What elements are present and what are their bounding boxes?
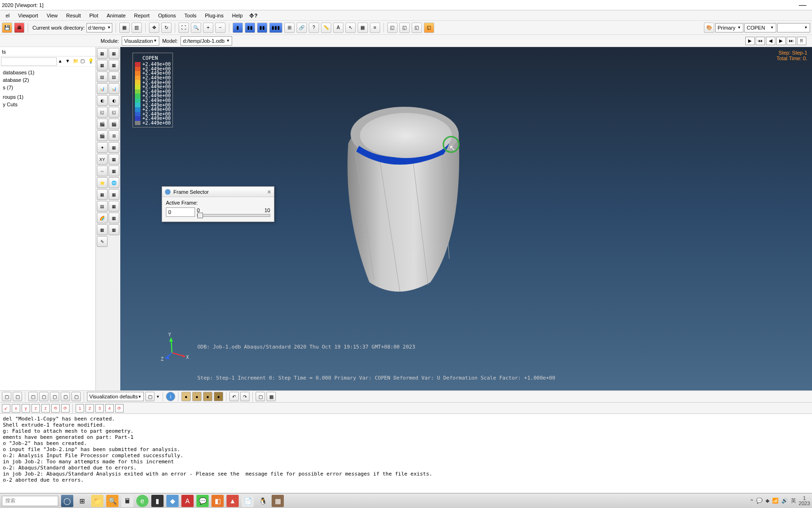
b-btn[interactable]: ▢ <box>28 392 38 401</box>
tray-chevron-icon[interactable]: ^ <box>750 498 753 504</box>
active-frame-input[interactable] <box>166 207 195 217</box>
taskbar-calc-icon[interactable]: 🖩 <box>121 495 133 507</box>
tool-btn[interactable]: ▦ <box>97 224 108 235</box>
tool-btn[interactable]: ▤ <box>109 71 119 82</box>
taskbar-wechat-icon[interactable]: 💬 <box>196 495 209 507</box>
view-1-icon[interactable]: ▮ <box>233 23 243 33</box>
axis-btn[interactable]: ⟲ <box>51 404 60 413</box>
b-btn[interactable]: ▢ <box>145 392 155 401</box>
tray-wechat-icon[interactable]: 💬 <box>756 498 763 504</box>
view-num[interactable]: 3 <box>95 404 104 413</box>
context-help-icon[interactable]: ⯑? <box>249 13 258 18</box>
module-combo[interactable]: Visualization ▼ <box>122 36 159 46</box>
cube3-icon[interactable]: ◱ <box>412 23 422 33</box>
axis-btn[interactable]: y <box>22 404 30 413</box>
menu-tools[interactable]: Tools <box>180 12 200 19</box>
work-dir-combo[interactable]: d:\temp ▼ <box>86 23 112 32</box>
tool-btn[interactable]: ▦ <box>97 60 108 71</box>
zoom-box-icon[interactable]: 🔍 <box>191 23 201 33</box>
menu-plot[interactable]: Plot <box>86 12 102 19</box>
tray-app-icon[interactable]: ◆ <box>765 498 769 504</box>
redo-icon[interactable]: ↷ <box>240 392 250 401</box>
menu-animate[interactable]: Animate <box>103 12 129 19</box>
tool-btn[interactable]: ▦ <box>109 224 119 235</box>
menu-result[interactable]: Result <box>62 12 85 19</box>
next-frame-button[interactable]: ▶ <box>776 37 786 45</box>
tool-btn[interactable]: ▦ <box>109 166 119 176</box>
viewport[interactable]: COPEN +2.449e+00+2.449e+00+2.449e+00+2.4… <box>120 47 812 390</box>
zoom-out-icon[interactable]: − <box>215 23 226 33</box>
axis-btn[interactable]: x <box>12 404 20 413</box>
shade-icon[interactable]: ● <box>214 392 223 401</box>
tree-search-input[interactable] <box>1 57 57 66</box>
b-btn[interactable]: ▢ <box>50 392 59 401</box>
close-icon[interactable]: × <box>267 188 271 196</box>
taskbar-taskview-icon[interactable]: ⊞ <box>76 495 88 507</box>
shade-icon[interactable]: ● <box>181 392 191 401</box>
print-icon[interactable]: 🖶 <box>14 23 24 33</box>
taskbar-terminal-icon[interactable]: ▮ <box>151 495 164 507</box>
frame-slider[interactable]: 0 10 <box>197 207 270 217</box>
zoom-in-icon[interactable]: + <box>203 23 213 33</box>
axis-btn[interactable]: ⟳ <box>115 404 124 413</box>
tray-wifi-icon[interactable]: 📶 <box>772 498 779 504</box>
tool-btn[interactable]: ▦ <box>97 48 108 59</box>
tool-btn[interactable]: 🎬 <box>97 130 108 141</box>
play-button[interactable]: ▶ <box>745 37 755 45</box>
tool-btn[interactable]: 🌈 <box>97 213 108 223</box>
tray-time[interactable]: 1 <box>799 496 810 501</box>
prev-frame-button[interactable]: ◀ <box>766 37 775 45</box>
tool-btn[interactable]: ▦ <box>109 142 119 153</box>
taskbar-app-icon[interactable]: ▦ <box>272 495 284 507</box>
tool-btn[interactable]: XY <box>97 154 108 165</box>
tool-btn[interactable]: ↔ <box>97 166 108 176</box>
system-tray[interactable]: ^ 💬 ◆ 📶 🔊 英 1 2023 <box>750 496 810 506</box>
taskbar-search-icon[interactable]: 🔍 <box>106 495 118 507</box>
cube4-icon[interactable]: ◱ <box>424 23 434 33</box>
select-icon[interactable]: ↖ <box>345 23 356 33</box>
slider-thumb[interactable] <box>197 213 203 218</box>
tray-ime[interactable]: 英 <box>791 497 796 504</box>
tool-btn[interactable]: 🎬 <box>109 119 119 129</box>
list-icon[interactable]: ≡ <box>370 23 380 33</box>
tool-btn[interactable]: ▦ <box>109 213 119 223</box>
variable-name-combo[interactable]: COPEN ▼ <box>744 23 776 32</box>
chevron-down-icon[interactable]: ▼ <box>156 395 160 399</box>
tool-btn[interactable]: ◐ <box>97 95 108 106</box>
tool-btn[interactable]: ▦ <box>109 154 119 165</box>
frames-button[interactable]: ⎘ <box>797 37 806 45</box>
grid1-icon[interactable]: ▦ <box>119 23 130 33</box>
bulb-icon[interactable]: 💡 <box>88 58 94 65</box>
annotate-icon[interactable]: A <box>333 23 344 33</box>
last-frame-button[interactable]: ⏭ <box>787 37 796 45</box>
view-grid-icon[interactable]: ⊞ <box>284 23 295 33</box>
pan-icon[interactable]: ✥ <box>149 23 159 33</box>
b-btn[interactable]: ▢ <box>39 392 48 401</box>
tool-btn[interactable]: ✦ <box>97 142 108 153</box>
b-btn[interactable]: ▢ <box>2 392 11 401</box>
tool-btn[interactable]: ▦ <box>109 60 119 71</box>
rotate-icon[interactable]: ↻ <box>161 23 172 33</box>
measure-icon[interactable]: 📏 <box>321 23 331 33</box>
tree-item[interactable]: databases (1) <box>1 69 94 76</box>
vis-defaults-combo[interactable]: Visualization defaults ▼ <box>87 392 144 401</box>
taskbar-app-icon[interactable]: 📄 <box>242 495 254 507</box>
first-frame-button[interactable]: ⏮ <box>756 37 765 45</box>
cube1-icon[interactable]: ◱ <box>387 23 398 33</box>
tool-btn[interactable]: ▤ <box>97 71 108 82</box>
tool-btn[interactable]: ◐ <box>109 95 119 106</box>
tool-btn[interactable]: ▦ <box>109 189 119 200</box>
tree-item[interactable]: atabase (2) <box>1 76 94 84</box>
shade-icon[interactable]: ● <box>203 392 212 401</box>
undo-icon[interactable]: ↶ <box>229 392 239 401</box>
view-link-icon[interactable]: 🔗 <box>297 23 307 33</box>
taskbar-abaqus-icon[interactable]: ◆ <box>166 495 179 507</box>
b-btn[interactable]: ▢ <box>71 392 81 401</box>
menu-viewport[interactable]: Viewport <box>15 12 42 19</box>
axis-btn[interactable]: ↙ <box>2 404 10 413</box>
tool-btn[interactable]: ▦ <box>97 189 108 200</box>
tool-btn[interactable]: ▦ <box>109 201 119 212</box>
tree-item[interactable]: roups (1) <box>1 93 94 101</box>
view-3-icon[interactable]: ▮▮ <box>257 23 267 33</box>
shade-icon[interactable]: ● <box>192 392 202 401</box>
